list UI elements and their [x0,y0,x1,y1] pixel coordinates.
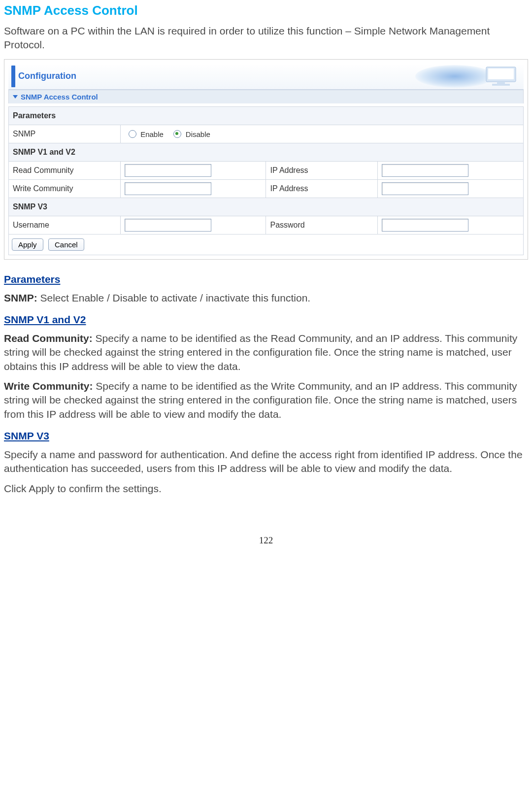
banner-label: Configuration [18,71,76,81]
snmp-def-text: Select Enable / Disable to activate / in… [37,292,310,303]
snmp-enable-label: Enable [140,130,164,138]
snmp-label: SNMP [9,125,121,143]
svg-rect-3 [492,84,510,86]
username-input[interactable] [125,219,211,232]
svg-rect-1 [488,68,514,79]
banner-accent-bar [11,66,15,87]
write-community-input[interactable] [125,182,211,195]
write-def-label: Write Community: [4,380,93,392]
section-title: SNMP Access Control [21,93,98,101]
section-toggle-snmp-access-control[interactable]: SNMP Access Control [8,90,524,103]
config-banner: Configuration [8,64,524,90]
parameters-header: Parameters [9,106,524,125]
username-label: Username [9,216,121,234]
button-row: Apply Cancel [8,235,524,255]
snmp-disable-radio[interactable] [173,130,181,138]
cancel-button[interactable]: Cancel [48,238,84,251]
snmp-disable-label: Disable [186,130,210,138]
snmp-v1v2-header: SNMP V1 and V2 [9,143,524,161]
read-ip-label: IP Address [266,161,378,179]
write-ip-label: IP Address [266,179,378,198]
snmp-v1v2-heading: SNMP V1 and V2 [4,314,528,326]
intro-paragraph: Software on a PC within the LAN is requi… [4,24,528,52]
snmp-definition: SNMP: Select Enable / Disable to activat… [4,291,528,305]
banner-art [386,65,524,88]
snmp-v3-text: Specify a name and password for authenti… [4,448,528,476]
svg-rect-2 [497,82,505,84]
config-table: Parameters SNMP Enable Disable SNMP V1 a… [8,106,524,235]
monitor-icon [477,66,522,88]
password-input[interactable] [382,219,468,232]
read-ip-input[interactable] [382,164,468,177]
apply-button[interactable]: Apply [12,238,43,251]
write-community-definition: Write Community: Specify a name to be id… [4,379,528,421]
snmp-radio-group: Enable Disable [120,125,523,143]
page-number: 122 [4,535,528,546]
config-screenshot: Configuration SNMP Access Control Parame… [4,59,528,260]
snmp-enable-radio[interactable] [129,130,136,138]
write-ip-input[interactable] [382,182,468,195]
read-community-input[interactable] [125,164,211,177]
caret-down-icon [13,95,18,99]
snmp-v3-heading: SNMP V3 [4,430,528,442]
read-def-label: Read Community: [4,333,93,344]
snmp-def-label: SNMP: [4,292,37,303]
page-title: SNMP Access Control [4,3,528,18]
password-label: Password [266,216,378,234]
read-community-definition: Read Community: Specify a name to be ide… [4,332,528,373]
snmp-v3-header: SNMP V3 [9,198,524,216]
read-community-label: Read Community [9,161,121,179]
parameters-heading: Parameters [4,273,528,285]
write-community-label: Write Community [9,179,121,198]
apply-instruction: Click Apply to confirm the settings. [4,482,528,496]
